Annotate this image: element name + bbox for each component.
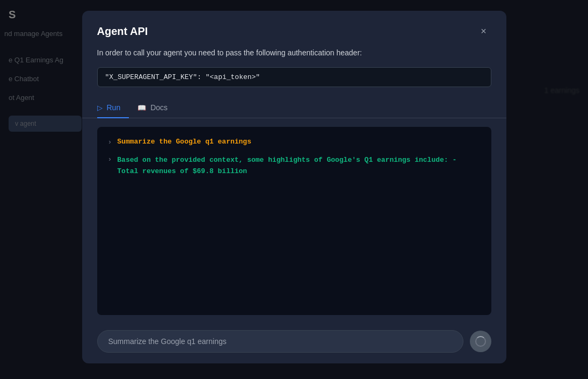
docs-icon: 📖	[137, 104, 146, 112]
terminal-arrow-0: ›	[108, 138, 112, 146]
tab-docs[interactable]: 📖 Docs	[137, 98, 176, 118]
agent-api-modal: Agent API × In order to call your agent …	[82, 11, 506, 363]
send-button[interactable]	[470, 331, 491, 352]
modal-header: Agent API ×	[82, 11, 506, 47]
modal-description: In order to call your agent you need to …	[82, 47, 506, 67]
terminal-response-text: Based on the provided context, some high…	[117, 155, 480, 177]
chat-input[interactable]	[97, 330, 463, 353]
tab-run-label: Run	[107, 103, 121, 112]
modal-title: Agent API	[97, 25, 148, 38]
modal-overlay: Agent API × In order to call your agent …	[0, 0, 588, 379]
modal-close-button[interactable]: ×	[476, 24, 491, 39]
run-icon: ▷	[97, 104, 103, 112]
terminal-output: › Summarize the Google q1 earnings › Bas…	[97, 127, 491, 315]
tab-run[interactable]: ▷ Run	[97, 98, 129, 118]
api-key-display: "X_SUPERAGENT_API_KEY": "<api_token>"	[97, 67, 491, 87]
terminal-line-0: › Summarize the Google q1 earnings	[108, 138, 481, 146]
loading-spinner	[475, 336, 486, 347]
modal-input-area	[82, 324, 506, 363]
modal-tabs: ▷ Run 📖 Docs	[82, 98, 506, 118]
tab-docs-label: Docs	[150, 103, 168, 112]
terminal-line-1: › Based on the provided context, some hi…	[108, 155, 481, 177]
terminal-arrow-1: ›	[108, 155, 112, 163]
terminal-query-text: Summarize the Google q1 earnings	[117, 138, 251, 146]
